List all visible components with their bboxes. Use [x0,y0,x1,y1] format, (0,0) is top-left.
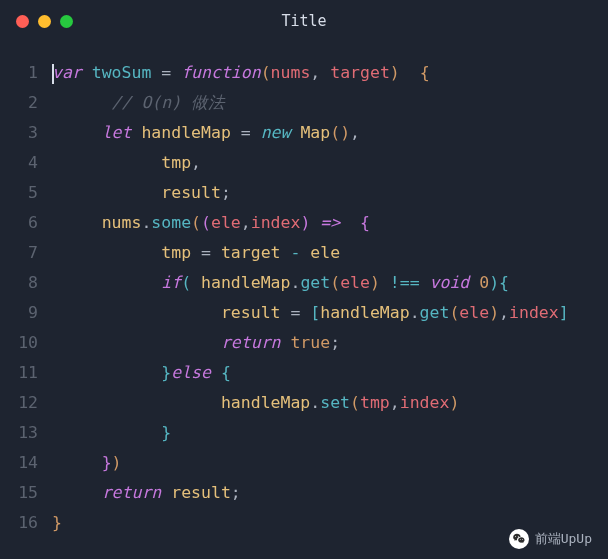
titlebar: Title [0,0,608,42]
code-line: 5 result; [0,178,608,208]
code-line: 3 let handleMap = new Map(), [0,118,608,148]
code-line: 8 if( handleMap.get(ele) !== void 0){ [0,268,608,298]
code-line: 6 nums.some((ele,index) => { [0,208,608,238]
code-line: 13 } [0,418,608,448]
window-title: Title [281,12,326,30]
watermark: 前端UpUp [509,529,592,549]
code-content: result = [handleMap.get(ele),index] [52,298,569,328]
code-content: // O(n) 做法 [52,88,225,118]
wechat-icon [509,529,529,549]
code-content: if( handleMap.get(ele) !== void 0){ [52,268,509,298]
code-content: } [52,418,171,448]
code-content: handleMap.set(tmp,index) [52,388,459,418]
line-number: 11 [0,358,52,388]
code-line: 4 tmp, [0,148,608,178]
watermark-text: 前端UpUp [535,530,592,548]
code-content: let handleMap = new Map(), [52,118,360,148]
minimize-icon[interactable] [38,15,51,28]
code-content: }else { [52,358,231,388]
code-line: 15 return result; [0,478,608,508]
code-content: nums.some((ele,index) => { [52,208,370,238]
line-number: 4 [0,148,52,178]
code-line: 10 return true; [0,328,608,358]
code-content: result; [52,178,231,208]
close-icon[interactable] [16,15,29,28]
code-content: }) [52,448,122,478]
line-number: 3 [0,118,52,148]
code-content: tmp = target - ele [52,238,340,268]
line-number: 14 [0,448,52,478]
line-number: 15 [0,478,52,508]
code-content: } [52,508,62,538]
code-content: var twoSum = function(nums, target) { [52,58,430,88]
line-number: 2 [0,88,52,118]
code-line: 2 // O(n) 做法 [0,88,608,118]
code-line: 7 tmp = target - ele [0,238,608,268]
line-number: 10 [0,328,52,358]
line-number: 16 [0,508,52,538]
line-number: 7 [0,238,52,268]
line-number: 12 [0,388,52,418]
maximize-icon[interactable] [60,15,73,28]
code-line: 11 }else { [0,358,608,388]
code-line: 1 var twoSum = function(nums, target) { [0,58,608,88]
code-line: 12 handleMap.set(tmp,index) [0,388,608,418]
code-content: tmp, [52,148,201,178]
line-number: 1 [0,58,52,88]
code-content: return true; [52,328,340,358]
code-line: 9 result = [handleMap.get(ele),index] [0,298,608,328]
line-number: 6 [0,208,52,238]
code-content: return result; [52,478,241,508]
code-line: 14 }) [0,448,608,478]
line-number: 13 [0,418,52,448]
code-editor[interactable]: 1 var twoSum = function(nums, target) { … [0,42,608,538]
line-number: 5 [0,178,52,208]
traffic-lights [16,15,73,28]
line-number: 8 [0,268,52,298]
line-number: 9 [0,298,52,328]
